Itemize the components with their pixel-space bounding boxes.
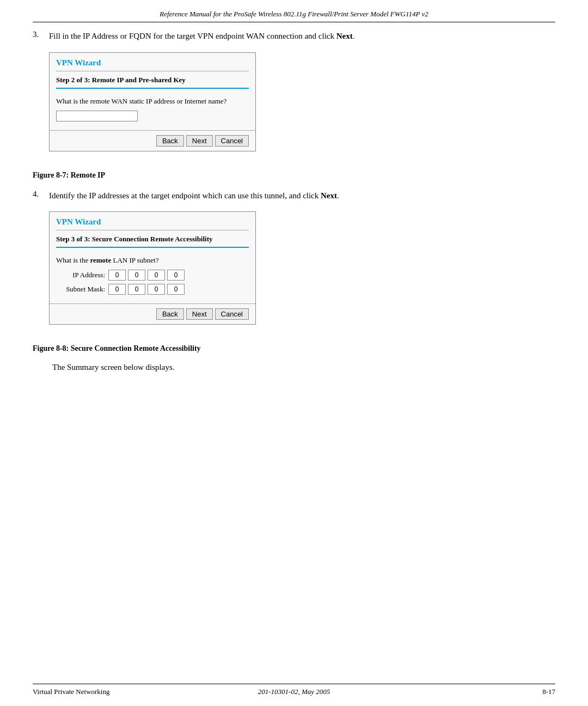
- summary-text: The Summary screen below displays.: [52, 363, 555, 372]
- wizard2-body: What is the remote LAN IP subnet? IP Add…: [50, 253, 255, 303]
- step-3-text-before: Fill in the IP Address or FQDN for the t…: [49, 32, 336, 40]
- ip-octet-1[interactable]: [108, 270, 126, 281]
- step-4-bold: Next: [321, 191, 337, 200]
- wizard2-question: What is the remote LAN IP subnet?: [56, 255, 249, 265]
- step-3-period: .: [353, 32, 355, 40]
- subnet-octet-3[interactable]: [148, 284, 165, 295]
- step-3-content: Fill in the IP Address or FQDN for the t…: [49, 30, 555, 161]
- page-header: Reference Manual for the ProSafe Wireles…: [33, 10, 555, 22]
- subnet-octet-4[interactable]: [167, 284, 185, 295]
- step-4-content: Identify the IP addresses at the target …: [49, 190, 555, 335]
- footer-left: Virtual Private Networking: [33, 687, 109, 696]
- footer-right: 8-17: [542, 687, 555, 696]
- step-3-bold: Next: [336, 32, 353, 40]
- wizard1-divider2: [56, 88, 249, 89]
- ip-octet-3[interactable]: [148, 270, 165, 281]
- header-text: Reference Manual for the ProSafe Wireles…: [33, 10, 555, 19]
- wizard1-next-button[interactable]: Next: [186, 135, 213, 147]
- wizard1-question-text: What is the remote WAN static IP address…: [56, 97, 226, 105]
- wizard1-back-button[interactable]: Back: [156, 135, 184, 147]
- wizard1-wan-input[interactable]: [56, 111, 138, 121]
- subnet-octet-1[interactable]: [108, 284, 126, 295]
- figure-7-caption: Figure 8-7: Remote IP: [33, 171, 555, 180]
- ip-octet-4[interactable]: [167, 270, 185, 281]
- wizard2-divider2: [56, 247, 249, 248]
- step-4-text-before: Identify the IP addresses at the target …: [49, 191, 321, 200]
- step-4-paragraph: 4. Identify the IP addresses at the targ…: [33, 190, 555, 335]
- footer-center: 201-10301-02, May 2005: [258, 687, 330, 696]
- wizard1-title: VPN Wizard: [50, 53, 255, 71]
- wizard1-question: What is the remote WAN static IP address…: [56, 96, 249, 106]
- ip-address-row: IP Address:: [56, 270, 249, 281]
- step-4-number: 4.: [33, 190, 49, 199]
- vpn-wizard-1: VPN Wizard Step 2 of 3: Remote IP and Pr…: [49, 52, 256, 151]
- page-footer: Virtual Private Networking 201-10301-02,…: [33, 684, 555, 696]
- wizard2-step-label: Step 3 of 3: Secure Connection Remote Ac…: [50, 230, 255, 247]
- step-3-paragraph: 3. Fill in the IP Address or FQDN for th…: [33, 30, 555, 161]
- figure-8-caption: Figure 8-8: Secure Connection Remote Acc…: [33, 344, 555, 353]
- wizard2-question-bold: remote: [90, 256, 111, 264]
- vpn-wizard-2: VPN Wizard Step 3 of 3: Secure Connectio…: [49, 211, 256, 325]
- step-4-text: Identify the IP addresses at the target …: [49, 190, 555, 202]
- step-4-period: .: [337, 191, 339, 200]
- subnet-mask-row: Subnet Mask:: [56, 284, 249, 295]
- wizard2-back-button[interactable]: Back: [156, 308, 184, 320]
- page-content: 3. Fill in the IP Address or FQDN for th…: [33, 30, 555, 676]
- wizard1-cancel-button[interactable]: Cancel: [215, 135, 249, 147]
- ip-address-label: IP Address:: [56, 271, 105, 279]
- step-3-text: Fill in the IP Address or FQDN for the t…: [49, 30, 555, 42]
- wizard2-cancel-button[interactable]: Cancel: [215, 308, 249, 320]
- wizard2-title: VPN Wizard: [50, 212, 255, 230]
- subnet-mask-label: Subnet Mask:: [56, 285, 105, 294]
- wizard1-body: What is the remote WAN static IP address…: [50, 94, 255, 130]
- subnet-octet-2[interactable]: [128, 284, 145, 295]
- wizard1-footer: Back Next Cancel: [50, 130, 255, 151]
- wizard2-question-end: LAN IP subnet?: [111, 256, 158, 264]
- wizard2-question-text: What is the: [56, 256, 90, 264]
- step-3-number: 3.: [33, 30, 49, 39]
- wizard1-input-row: [56, 111, 249, 121]
- ip-octet-2[interactable]: [128, 270, 145, 281]
- wizard1-step-label: Step 2 of 3: Remote IP and Pre-shared Ke…: [50, 71, 255, 88]
- wizard2-footer: Back Next Cancel: [50, 303, 255, 324]
- wizard2-next-button[interactable]: Next: [186, 308, 213, 320]
